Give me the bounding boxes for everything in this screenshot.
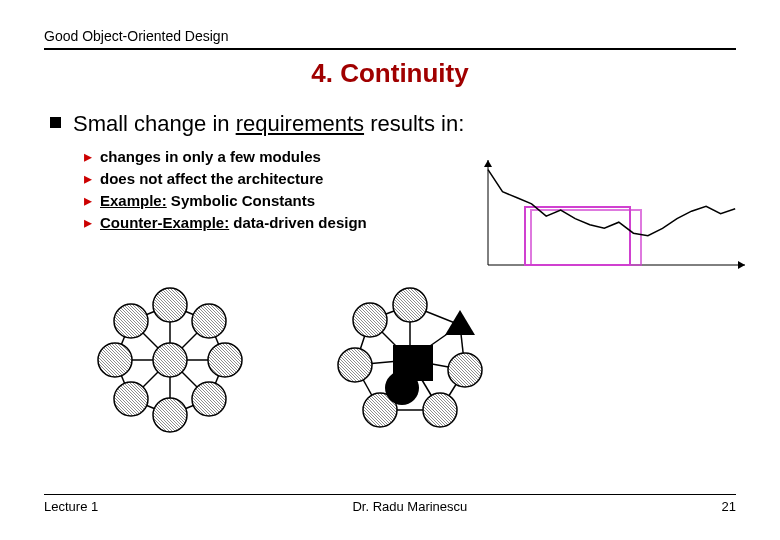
bullet-emphasis: requirements	[236, 111, 364, 136]
svg-point-26	[208, 343, 242, 377]
bullet-suffix: results in:	[364, 111, 464, 136]
continuity-chart	[480, 155, 750, 275]
svg-point-27	[192, 382, 226, 416]
footer-divider	[44, 494, 736, 495]
svg-point-30	[98, 343, 132, 377]
arrow-icon: ▸	[84, 213, 92, 233]
arrow-icon: ▸	[84, 191, 92, 211]
module-graphs	[80, 280, 540, 440]
triangle-icon	[445, 310, 475, 335]
svg-point-48	[423, 393, 457, 427]
sub-item-rest: data-driven design	[229, 214, 367, 231]
svg-point-46	[393, 288, 427, 322]
svg-point-25	[192, 304, 226, 338]
svg-point-29	[114, 382, 148, 416]
slide-title: 4. Continuity	[44, 58, 736, 89]
bullet-prefix: Small change in	[73, 111, 236, 136]
square-bullet-icon	[50, 117, 61, 128]
bullet-text: Small change in requirements results in:	[73, 111, 464, 137]
arrow-icon: ▸	[84, 169, 92, 189]
svg-point-47	[448, 353, 482, 387]
sub-item-label: Counter-Example:	[100, 214, 229, 231]
slide-header: Good Object-Oriented Design	[44, 28, 736, 48]
svg-marker-3	[484, 160, 492, 167]
sub-item-label: Example:	[100, 192, 167, 209]
footer-left: Lecture 1	[44, 499, 98, 514]
slide-footer: Lecture 1 Dr. Radu Marinescu 21	[44, 494, 736, 514]
arrow-icon: ▸	[84, 147, 92, 167]
sub-item-text: Counter-Example: data-driven design	[100, 213, 367, 233]
graph-left	[98, 288, 242, 432]
svg-point-24	[153, 288, 187, 322]
svg-point-31	[114, 304, 148, 338]
svg-point-51	[353, 303, 387, 337]
page-number: 21	[722, 499, 736, 514]
svg-marker-1	[738, 261, 745, 269]
graph-right	[338, 288, 482, 427]
footer-center: Dr. Radu Marinescu	[352, 499, 467, 514]
sub-item-text: changes in only a few modules	[100, 147, 321, 167]
svg-rect-5	[531, 210, 641, 265]
sub-item-text: Example: Symbolic Constants	[100, 191, 315, 211]
black-circle-icon	[385, 371, 419, 405]
bullet-level1: Small change in requirements results in:	[44, 111, 736, 137]
header-divider	[44, 48, 736, 50]
sub-item-rest: Symbolic Constants	[167, 192, 315, 209]
sub-item-text: does not affect the architecture	[100, 169, 323, 189]
svg-point-23	[153, 343, 187, 377]
svg-rect-4	[525, 207, 630, 265]
svg-point-50	[338, 348, 372, 382]
svg-point-28	[153, 398, 187, 432]
